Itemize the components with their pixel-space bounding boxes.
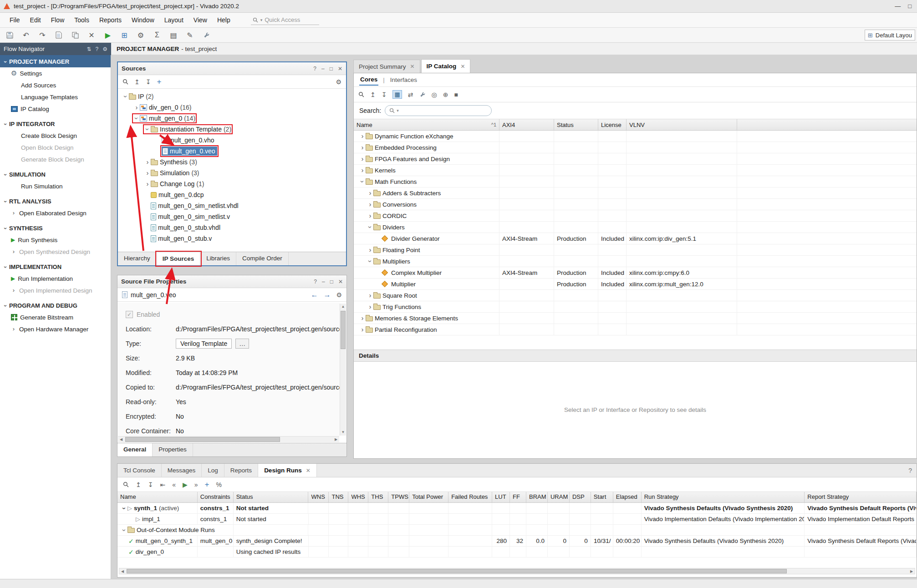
menu-tools[interactable]: Tools: [69, 14, 94, 26]
collapse-all-icon[interactable]: ↥: [136, 481, 141, 488]
vertical-scrollbar[interactable]: ▲ ▼: [340, 304, 346, 436]
catalog-subtab-interfaces[interactable]: Interfaces: [389, 75, 418, 85]
help-icon[interactable]: ?: [96, 46, 99, 52]
search-icon[interactable]: [123, 482, 129, 487]
scroll-left-icon[interactable]: ◀: [119, 568, 126, 574]
column-header-status[interactable]: Status: [554, 119, 598, 130]
run-row-impl-1[interactable]: ▷impl_1constrs_1Not startedVivado Implem…: [117, 514, 917, 525]
blocks-icon[interactable]: ⊞: [119, 30, 129, 40]
menu-file[interactable]: File: [5, 14, 25, 26]
menu-help[interactable]: Help: [212, 14, 235, 26]
more-options-button[interactable]: …: [235, 339, 249, 349]
minimize-window-icon[interactable]: —: [895, 3, 901, 10]
expander-icon[interactable]: ›: [11, 248, 16, 255]
column-header-vlnv[interactable]: VLNV: [627, 119, 737, 130]
sources-tab-compile-order[interactable]: Compile Order: [236, 252, 289, 265]
run-row-div-gen-0[interactable]: ✓div_gen_0Using cached IP results: [117, 547, 917, 558]
flow-item-run-simulation[interactable]: Run Simulation: [0, 180, 111, 192]
catalog-item-math-functions[interactable]: ›Math Functions: [354, 176, 917, 188]
catalog-item-fpga-features-and-design[interactable]: ›FPGA Features and Design: [354, 153, 917, 165]
gear-icon[interactable]: ⚙: [336, 78, 341, 86]
run-row-out-of-context-module-runs[interactable]: ›Out-of-Context Module Runs: [117, 525, 917, 536]
search-icon[interactable]: [358, 91, 364, 97]
close-icon[interactable]: ✕: [338, 279, 343, 285]
expander-icon[interactable]: ›: [144, 181, 151, 187]
run-row-synth-1[interactable]: ›▷synth_1 (active)constrs_1Not startedVi…: [117, 503, 917, 514]
save-button[interactable]: [5, 30, 15, 40]
column-header-name[interactable]: Name: [117, 492, 198, 502]
run-icon[interactable]: ▶: [183, 481, 188, 488]
flow-item-run-implementation[interactable]: ▶Run Implementation: [0, 273, 111, 284]
expander-icon[interactable]: ›: [359, 167, 366, 173]
bottom-tab-tcl-console[interactable]: Tcl Console: [117, 464, 162, 477]
enabled-checkbox[interactable]: ✓: [126, 311, 133, 318]
source-tree-item-mult-gen-0-vho[interactable]: ›mult_gen_0.vho: [118, 135, 346, 146]
flow-item-open-synthesized-design[interactable]: ›Open Synthesized Design: [0, 246, 111, 258]
sources-tab-hierarchy[interactable]: Hierarchy: [118, 252, 157, 265]
expand-all-icon[interactable]: ↧: [148, 481, 153, 488]
expander-icon[interactable]: ›: [144, 126, 151, 132]
delete-icon[interactable]: ✕: [87, 30, 97, 40]
target-icon[interactable]: ◎: [432, 91, 437, 98]
bottom-tab-log[interactable]: Log: [202, 464, 224, 477]
flow-item-open-elaborated-design[interactable]: ›Open Elaborated Design: [0, 207, 111, 219]
report-icon[interactable]: [54, 30, 64, 40]
copy-icon[interactable]: [70, 30, 80, 40]
column-header-total-power[interactable]: Total Power: [409, 492, 448, 502]
compare-icon[interactable]: ⇄: [408, 91, 413, 98]
expander-icon[interactable]: ›: [367, 258, 373, 264]
expand-all-icon[interactable]: ↧: [146, 78, 151, 86]
column-header-uram[interactable]: URAM: [548, 492, 570, 502]
menu-edit[interactable]: Edit: [25, 14, 46, 26]
scroll-up-icon[interactable]: ▲: [340, 304, 346, 310]
expander-icon[interactable]: ›: [133, 104, 140, 111]
expander-icon[interactable]: ›: [359, 133, 366, 139]
reorder-icon[interactable]: ⇅: [87, 46, 91, 52]
step-forward-icon[interactable]: »: [194, 481, 198, 488]
column-header-ths[interactable]: THS: [368, 492, 388, 502]
expander-icon[interactable]: ›: [367, 213, 373, 219]
catalog-item-embedded-processing[interactable]: ›Embedded Processing: [354, 142, 917, 153]
search-icon[interactable]: [122, 79, 128, 85]
source-tree-item-change-log[interactable]: ›Change Log (1): [118, 178, 346, 189]
column-header-wns[interactable]: WNS: [308, 492, 329, 502]
wrench-icon[interactable]: [201, 30, 211, 40]
flow-item-add-sources[interactable]: Add Sources: [0, 79, 111, 91]
column-header-dsp[interactable]: DSP: [570, 492, 591, 502]
column-header-tpws[interactable]: TPWS: [388, 492, 409, 502]
source-tree-item-ip[interactable]: ›IP (2): [118, 91, 346, 102]
redo-icon[interactable]: ↷: [37, 30, 47, 40]
flow-item-run-synthesis[interactable]: ▶Run Synthesis: [0, 234, 111, 246]
column-header-elapsed[interactable]: Elapsed: [613, 492, 642, 502]
flow-item-ip-catalog[interactable]: IP Catalog: [0, 103, 111, 115]
go-to-start-icon[interactable]: ⇤: [160, 481, 165, 488]
flow-section-rtl-analysis[interactable]: ›RTL ANALYSIS: [0, 195, 111, 207]
expander-icon[interactable]: ›: [11, 210, 16, 216]
customize-wrench-icon[interactable]: [419, 91, 426, 98]
float-icon[interactable]: □: [330, 279, 333, 285]
column-header-status[interactable]: Status: [234, 492, 309, 502]
expander-icon[interactable]: ›: [367, 224, 373, 230]
scrollbar-thumb[interactable]: [127, 569, 787, 573]
menu-window[interactable]: Window: [127, 14, 159, 26]
source-tree-item-mult-gen-0-sim-netlist-vhdl[interactable]: ›mult_gen_0_sim_netlist.vhdl: [118, 200, 346, 211]
sources-tab-ip-sources[interactable]: IP Sources: [157, 252, 201, 265]
flow-item-open-implemented-design[interactable]: ›Open Implemented Design: [0, 284, 111, 296]
catalog-item-cordic[interactable]: ›CORDIC: [354, 210, 917, 222]
source-tree-item-mult-gen-0-stub-v[interactable]: ›mult_gen_0_stub.v: [118, 233, 346, 244]
flow-section-implementation[interactable]: ›IMPLEMENTATION: [0, 260, 111, 273]
properties-tab-properties[interactable]: Properties: [153, 443, 193, 456]
catalog-item-complex-multiplier[interactable]: ›Complex MultiplierAXI4-StreamProduction…: [354, 267, 917, 279]
catalog-item-floating-point[interactable]: ›Floating Point: [354, 244, 917, 256]
expander-icon[interactable]: ›: [121, 527, 127, 533]
bottom-tab-design-runs[interactable]: Design Runs✕: [258, 464, 317, 477]
edit-pencil-icon[interactable]: ✎: [185, 30, 195, 40]
catalog-item-adders-subtracters[interactable]: ›Adders & Subtracters: [354, 188, 917, 199]
catalog-item-partial-reconfiguration[interactable]: ›Partial Reconfiguration: [354, 324, 917, 335]
catalog-item-memories-storage-elements[interactable]: ›Memories & Storage Elements: [354, 313, 917, 324]
help-icon[interactable]: ?: [904, 464, 917, 477]
doc-tab-project-summary[interactable]: Project Summary✕: [353, 60, 420, 73]
catalog-item-conversions[interactable]: ›Conversions: [354, 199, 917, 210]
percent-icon[interactable]: %: [216, 481, 222, 488]
flow-item-language-templates[interactable]: Language Templates: [0, 91, 111, 103]
